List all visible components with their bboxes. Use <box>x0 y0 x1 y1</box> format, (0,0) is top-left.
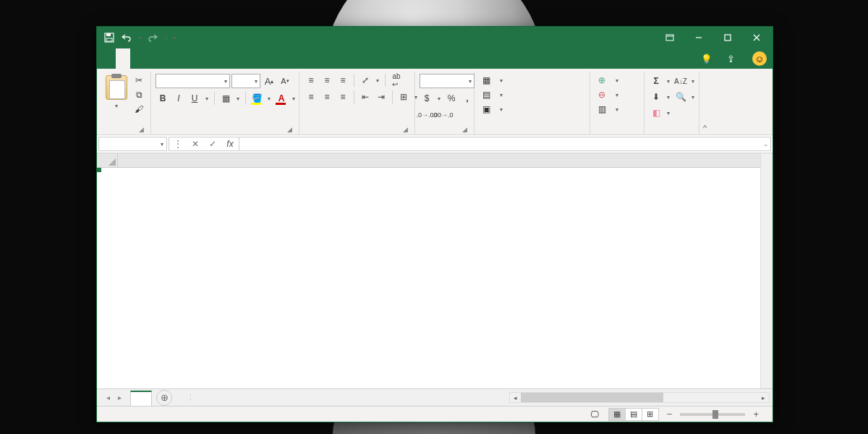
italic-button[interactable]: I <box>171 92 186 105</box>
percent-button[interactable]: % <box>444 92 459 105</box>
scroll-right-button[interactable]: ▸ <box>758 393 769 402</box>
cancel-formula-button[interactable]: ✕ <box>187 139 204 149</box>
cell-styles-button[interactable]: ▣▾ <box>479 103 506 115</box>
autosum-button[interactable]: Σ <box>649 75 663 88</box>
font-dialog-launcher[interactable]: ◢ <box>285 125 294 134</box>
align-center-button[interactable]: ≡ <box>320 90 334 103</box>
find-button[interactable]: 🔍 <box>673 90 688 103</box>
font-name-combo[interactable]: ▾ <box>156 74 230 88</box>
feedback-smiley-icon[interactable]: ☺ <box>752 51 767 66</box>
qat-customize[interactable]: ▾ <box>171 30 178 46</box>
name-box[interactable]: ▾ <box>98 137 167 151</box>
ribbon-display-options[interactable] <box>657 27 683 48</box>
expand-formula-bar[interactable]: ⌄ <box>763 140 769 148</box>
save-button[interactable] <box>101 30 117 46</box>
page-break-view-button[interactable]: ⊞ <box>642 408 659 421</box>
conditional-formatting-button[interactable]: ▦▾ <box>479 75 506 86</box>
orientation-button[interactable]: ⤢ <box>358 74 373 87</box>
minimize-button[interactable] <box>686 27 712 48</box>
tab-google-drive[interactable] <box>260 48 275 69</box>
merge-button[interactable]: ⊞ <box>396 90 411 103</box>
clear-button[interactable]: ◧ <box>649 106 663 119</box>
tab-data[interactable] <box>174 48 188 69</box>
tab-formulas[interactable] <box>159 48 174 69</box>
chevron-down-icon[interactable]: ▾ <box>234 95 242 102</box>
zoom-out-button[interactable]: − <box>665 409 675 420</box>
redo-dropdown[interactable]: ▾ <box>162 30 169 46</box>
increase-indent-button[interactable]: ⇥ <box>374 90 388 103</box>
copy-button[interactable]: ⧉ <box>132 88 146 101</box>
zoom-in-button[interactable]: + <box>751 409 761 420</box>
undo-dropdown[interactable]: ▾ <box>136 30 143 46</box>
horizontal-scrollbar[interactable]: ◂ ▸ <box>509 392 770 403</box>
tab-view[interactable] <box>203 48 217 69</box>
sheet-tab[interactable] <box>130 391 152 407</box>
decrease-decimal-button[interactable]: .00→.0 <box>435 109 450 122</box>
align-right-button[interactable]: ≡ <box>336 90 350 103</box>
chevron-down-icon[interactable]: ▾ <box>290 95 297 102</box>
tab-team[interactable] <box>275 48 289 69</box>
display-settings-button[interactable]: 🖵 <box>589 409 603 420</box>
add-sheet-button[interactable]: ⊕ <box>156 390 172 406</box>
underline-button[interactable]: U <box>187 92 202 105</box>
alignment-dialog-launcher[interactable]: ◢ <box>401 125 409 134</box>
increase-font-button[interactable]: A▴ <box>262 75 276 88</box>
tab-page-layout[interactable] <box>145 48 159 69</box>
page-layout-view-button[interactable]: ▤ <box>625 408 642 421</box>
select-all-button[interactable] <box>97 153 118 167</box>
clipboard-dialog-launcher[interactable]: ◢ <box>137 125 145 134</box>
borders-button[interactable]: ▦ <box>218 92 233 105</box>
bold-button[interactable]: B <box>156 92 170 105</box>
chevron-down-icon[interactable]: ▾ <box>203 95 210 102</box>
insert-cells-button[interactable]: ⊕▾ <box>595 75 622 86</box>
enter-formula-button[interactable]: ✓ <box>204 139 221 149</box>
tab-help[interactable] <box>246 48 260 69</box>
decrease-indent-button[interactable]: ⇤ <box>358 90 373 103</box>
chevron-down-icon[interactable]: ▾ <box>265 95 273 102</box>
sort-filter-button[interactable]: A↓Z <box>673 75 688 88</box>
insert-function-button[interactable]: fx <box>221 139 239 149</box>
fill-button[interactable]: ⬇ <box>649 90 663 103</box>
tab-scroll-left[interactable]: ◂ <box>103 393 113 403</box>
maximize-button[interactable] <box>715 27 741 48</box>
cut-button[interactable]: ✂ <box>132 74 146 87</box>
currency-button[interactable]: $ <box>420 92 434 105</box>
align-bottom-button[interactable]: ≡ <box>336 74 350 87</box>
zoom-slider[interactable] <box>680 413 745 416</box>
comma-button[interactable]: , <box>460 92 475 105</box>
vertical-scrollbar[interactable] <box>760 153 773 388</box>
cells-area[interactable] <box>97 168 760 388</box>
undo-button[interactable] <box>119 30 135 46</box>
scroll-left-button[interactable]: ◂ <box>510 393 521 402</box>
format-as-table-button[interactable]: ▤▾ <box>479 89 506 101</box>
fill-handle[interactable] <box>97 168 101 172</box>
number-dialog-launcher[interactable]: ◢ <box>460 125 469 134</box>
tell-me-search[interactable]: 💡 <box>697 54 720 64</box>
align-middle-button[interactable]: ≡ <box>320 74 334 87</box>
formula-input[interactable]: ⌄ <box>239 137 771 151</box>
close-button[interactable] <box>744 27 770 48</box>
decrease-font-button[interactable]: A▾ <box>278 75 292 88</box>
share-button[interactable]: ⇪ <box>723 54 742 64</box>
tab-developer[interactable] <box>217 48 231 69</box>
font-color-button[interactable]: A <box>274 92 289 105</box>
normal-view-button[interactable]: ▦ <box>608 408 626 421</box>
tab-scroll-right[interactable]: ▸ <box>114 393 124 403</box>
redo-button[interactable] <box>145 30 161 46</box>
wrap-text-button[interactable]: ab↩ <box>389 74 404 87</box>
paste-button[interactable]: ▾ <box>104 74 129 111</box>
number-format-combo[interactable]: ▾ <box>420 74 475 88</box>
align-top-button[interactable]: ≡ <box>304 74 318 87</box>
format-painter-button[interactable]: 🖌 <box>132 103 146 116</box>
tab-home[interactable] <box>116 48 130 69</box>
tab-insert[interactable] <box>130 48 145 69</box>
tab-file[interactable] <box>101 48 116 69</box>
tab-review[interactable] <box>188 48 203 69</box>
align-left-button[interactable]: ≡ <box>304 90 318 103</box>
font-size-combo[interactable]: ▾ <box>231 74 260 88</box>
tab-addins[interactable] <box>231 48 246 69</box>
delete-cells-button[interactable]: ⊖▾ <box>595 89 622 101</box>
collapse-ribbon-button[interactable]: ^ <box>699 72 710 135</box>
fill-color-button[interactable]: 🪣 <box>250 92 264 105</box>
format-cells-button[interactable]: ▥▾ <box>595 103 622 115</box>
